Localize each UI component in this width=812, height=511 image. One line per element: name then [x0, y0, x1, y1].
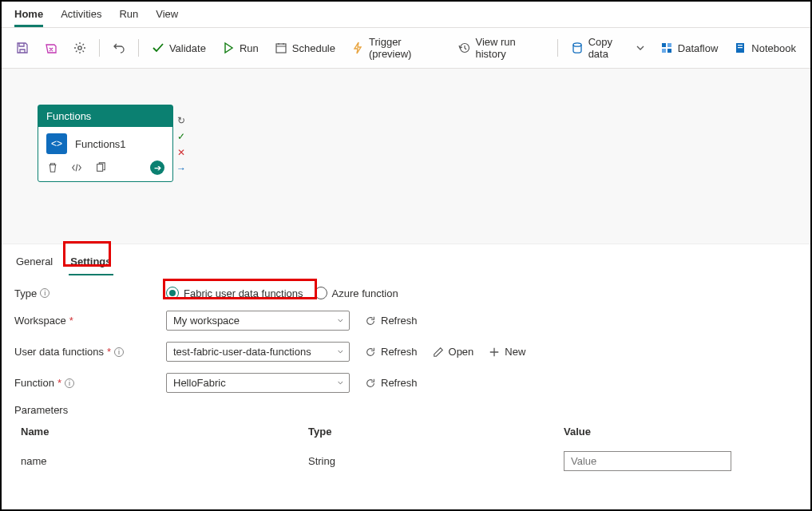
undo-button[interactable] — [106, 38, 132, 57]
param-col-value: Value — [564, 426, 791, 438]
trigger-label: Trigger (preview) — [369, 36, 442, 60]
param-col-type: Type — [308, 426, 564, 438]
copy-icon[interactable] — [94, 161, 107, 174]
refresh-icon — [364, 377, 377, 390]
svg-rect-10 — [738, 47, 743, 48]
param-name: name — [21, 455, 308, 467]
radio-indicator — [315, 287, 327, 299]
port-refresh-icon[interactable]: ↻ — [176, 115, 187, 126]
discard-button[interactable] — [38, 38, 64, 57]
chevron-down-icon — [636, 42, 644, 54]
udf-refresh[interactable]: Refresh — [364, 346, 418, 358]
refresh-icon — [364, 346, 377, 358]
udf-select[interactable]: test-fabric-user-data-functions — [166, 342, 350, 362]
toolbar-separator — [557, 39, 558, 57]
svg-rect-1 — [276, 44, 286, 53]
details-tabs: General Settings — [2, 244, 810, 275]
function-select[interactable]: HelloFabric — [166, 373, 350, 393]
copy-data-label: Copy data — [588, 36, 632, 60]
svg-rect-9 — [738, 45, 743, 46]
history-label: View run history — [475, 36, 544, 60]
trigger-button[interactable]: Trigger (preview) — [345, 33, 448, 63]
schedule-label: Schedule — [292, 42, 335, 54]
topmenu-view[interactable]: View — [156, 5, 178, 27]
udf-label: User data functions* i — [14, 346, 166, 358]
node-port-icons: ↻ ✓ ✕ → — [176, 115, 187, 174]
toolbar-separator — [99, 39, 100, 57]
check-icon — [152, 42, 164, 54]
dataflow-label: Dataflow — [678, 42, 719, 54]
info-icon[interactable]: i — [40, 288, 50, 298]
pencil-icon — [432, 346, 445, 358]
type-label: Type i — [14, 287, 166, 299]
svg-rect-6 — [662, 49, 666, 53]
port-skip-icon[interactable]: → — [176, 163, 187, 174]
type-radiogroup: Fabric user data functions Azure functio… — [166, 287, 398, 299]
radio-fabric-udf[interactable]: Fabric user data functions — [166, 287, 303, 299]
svg-rect-5 — [667, 43, 671, 47]
tab-general[interactable]: General — [14, 252, 54, 275]
toolbar-separator — [138, 39, 139, 57]
topmenu-run[interactable]: Run — [119, 5, 138, 27]
info-icon[interactable]: i — [65, 378, 74, 388]
toolbar: Validate Run Schedule Trigger (preview) … — [2, 28, 810, 69]
calendar-icon — [275, 42, 287, 54]
function-label: Function* i — [14, 377, 166, 389]
svg-point-0 — [78, 46, 81, 50]
tab-settings[interactable]: Settings — [69, 252, 113, 275]
dataflow-icon — [660, 42, 673, 54]
udf-open[interactable]: Open — [432, 346, 474, 358]
notebook-label: Notebook — [751, 42, 796, 54]
save-button[interactable] — [10, 38, 35, 57]
notebook-button[interactable]: Notebook — [727, 38, 802, 57]
history-icon — [457, 42, 470, 54]
topmenu-activities[interactable]: Activities — [61, 5, 101, 27]
info-icon[interactable]: i — [114, 347, 124, 357]
trash-icon[interactable] — [46, 161, 59, 174]
run-label: Run — [240, 42, 259, 54]
validate-label: Validate — [169, 42, 206, 54]
topmenu-home[interactable]: Home — [14, 5, 43, 27]
arrow-run-icon[interactable]: ➔ — [150, 160, 164, 175]
discard-icon — [45, 42, 57, 54]
param-value-input[interactable] — [564, 451, 731, 471]
pipeline-canvas[interactable]: Functions <> Functions1 ➔ ↻ ✓ ✕ → — [2, 69, 810, 244]
svg-rect-7 — [667, 49, 671, 53]
dataflow-button[interactable]: Dataflow — [654, 38, 725, 57]
top-menu: Home Activities Run View — [2, 2, 810, 28]
validate-button[interactable]: Validate — [145, 38, 212, 57]
run-button[interactable]: Run — [216, 38, 265, 57]
port-success-icon[interactable]: ✓ — [176, 131, 187, 142]
node-toolbar: ➔ — [38, 157, 172, 181]
functions-icon: <> — [46, 133, 67, 154]
radio-azure-function[interactable]: Azure function — [315, 287, 398, 299]
parameters-header: Name Type Value — [14, 421, 798, 443]
node-title: Functions1 — [75, 138, 126, 150]
param-type: String — [308, 455, 564, 467]
port-fail-icon[interactable]: ✕ — [176, 147, 187, 158]
notebook-icon — [734, 42, 747, 54]
radio-azure-label: Azure function — [332, 287, 398, 299]
svg-point-3 — [573, 43, 581, 46]
node-header: Functions — [38, 105, 172, 127]
copy-data-icon — [571, 42, 584, 54]
settings-gear-button[interactable] — [67, 38, 93, 57]
radio-fabric-label: Fabric user data functions — [184, 287, 303, 299]
bolt-icon — [351, 42, 364, 54]
activity-node-functions[interactable]: Functions <> Functions1 ➔ — [38, 105, 173, 182]
workspace-select[interactable]: My workspace — [166, 311, 350, 331]
history-button[interactable]: View run history — [451, 33, 550, 63]
copy-data-button[interactable]: Copy data — [564, 33, 651, 63]
parameter-row: name String — [14, 443, 798, 479]
function-refresh[interactable]: Refresh — [364, 377, 418, 390]
workspace-refresh[interactable]: Refresh — [364, 315, 418, 327]
radio-indicator — [166, 287, 179, 299]
gear-icon — [73, 42, 86, 54]
save-icon — [16, 42, 29, 54]
svg-rect-11 — [97, 164, 103, 172]
undo-icon — [113, 42, 125, 54]
schedule-button[interactable]: Schedule — [268, 38, 342, 57]
parameters-heading: Parameters — [14, 404, 798, 416]
udf-new[interactable]: New — [488, 346, 525, 358]
code-icon[interactable] — [70, 161, 83, 174]
